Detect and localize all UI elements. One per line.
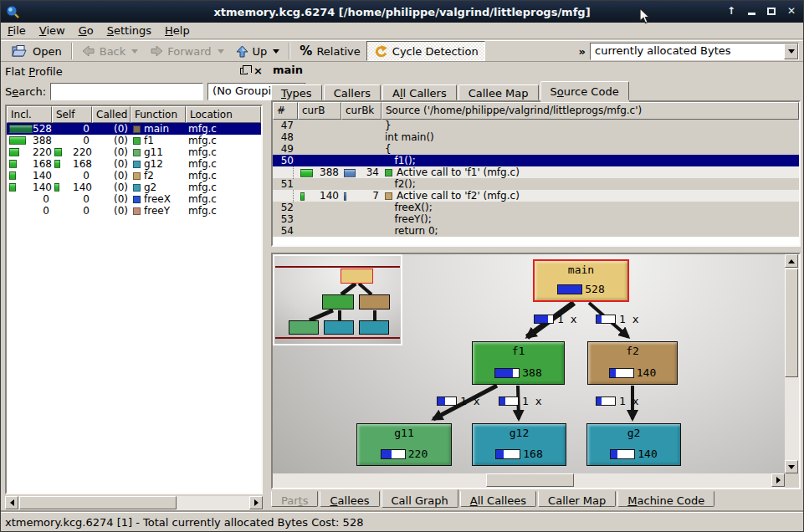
function-row[interactable]: 0 0 (0) freeY mfg.c xyxy=(7,205,261,217)
function-row[interactable]: 0 0 (0) freeX mfg.c xyxy=(7,193,261,205)
column-function[interactable]: Function xyxy=(131,106,186,123)
source-row[interactable]: 52 freeX(); xyxy=(273,202,799,213)
open-button[interactable]: Open xyxy=(6,41,68,61)
graph-node-f2[interactable]: f2 140 xyxy=(587,341,678,385)
column-incl[interactable]: Incl. xyxy=(7,106,52,123)
tab-types[interactable]: Types xyxy=(271,84,322,100)
maximize-window-icon[interactable] xyxy=(765,4,778,18)
cycle-detection-toggle-button[interactable]: Cycle Detection xyxy=(366,41,485,61)
dock-titlebar[interactable]: Flat Profile × xyxy=(5,64,263,79)
function-row[interactable]: 528 0 (0) main mfg.c xyxy=(7,123,261,135)
event-type-combobox[interactable]: currently allocated Bytes xyxy=(590,43,799,60)
graph-hscrollbar[interactable] xyxy=(273,473,785,488)
column-location[interactable]: Location xyxy=(186,106,261,123)
menu-settings[interactable]: Settings xyxy=(100,23,158,38)
forward-button[interactable]: Forward xyxy=(144,41,229,61)
source-row[interactable]: 49{ xyxy=(273,143,799,155)
flat-profile-hscrollbar[interactable] xyxy=(5,496,263,510)
shade-window-icon[interactable]: ↑ xyxy=(725,4,738,18)
tab-source-code[interactable]: Source Code xyxy=(540,81,629,100)
title-bar: xtmemory.kcg.6274 [/home/philippe/valgri… xyxy=(1,1,803,23)
function-color-icon xyxy=(133,184,141,192)
function-row[interactable]: 140 140 (0) g2 mfg.c xyxy=(7,182,261,193)
source-row[interactable]: 51 f2(); xyxy=(273,178,799,190)
call-graph-panel: main 528 f1 388 f2 140 g11 220 g12 168 xyxy=(271,253,801,489)
scrollbar-thumb[interactable] xyxy=(486,473,574,487)
source-row[interactable]: 47} xyxy=(273,120,799,131)
close-window-icon[interactable]: ✕ xyxy=(785,4,798,18)
up-label: Up xyxy=(253,45,268,58)
node-label: g12 xyxy=(510,427,529,439)
scroll-right-icon[interactable] xyxy=(249,496,263,509)
toolbar-overflow-chevron[interactable]: » xyxy=(575,45,590,58)
tab-callee-map[interactable]: Callee Map xyxy=(458,84,539,100)
graph-overview-minimap[interactable] xyxy=(273,254,402,345)
tab-all-callers[interactable]: All Callers xyxy=(382,84,457,100)
menu-view[interactable]: View xyxy=(33,23,72,38)
up-arrow-icon xyxy=(236,45,248,58)
source-row[interactable]: 48int main() xyxy=(273,131,799,143)
column-curbk[interactable]: curBk xyxy=(341,102,382,120)
function-row[interactable]: 168 168 (0) g12 mfg.c xyxy=(7,158,261,170)
tab-parts[interactable]: Parts xyxy=(271,491,318,507)
scroll-down-icon[interactable] xyxy=(785,460,798,473)
graph-node-g11[interactable]: g11 220 xyxy=(356,423,452,466)
function-row[interactable]: 388 0 (0) f1 mfg.c xyxy=(7,135,261,146)
column-curb[interactable]: curB xyxy=(298,102,341,120)
tree-branch-icon xyxy=(293,190,294,202)
graph-vscrollbar[interactable] xyxy=(785,254,799,473)
node-cost-bar xyxy=(381,449,406,459)
node-cost: 388 xyxy=(522,366,541,379)
active-call-row[interactable]: 140 7 Active call to 'f2' (mfg.c) xyxy=(273,190,799,202)
minimap-node-g11 xyxy=(289,320,319,335)
window-title: xtmemory.kcg.6274 [/home/philippe/valgri… xyxy=(1,6,803,18)
function-list: Incl. Self Called Function Location 528 … xyxy=(5,105,263,494)
tab-callers[interactable]: Callers xyxy=(324,84,381,100)
scroll-left-icon[interactable] xyxy=(5,496,18,509)
column-self[interactable]: Self xyxy=(52,106,92,123)
dock-float-icon[interactable] xyxy=(240,68,248,74)
source-row-selected[interactable]: 50 f1(); xyxy=(273,155,799,166)
menu-go[interactable]: Go xyxy=(72,23,100,38)
top-tab-bar: Types Callers All Callers Callee Map Sou… xyxy=(271,81,802,100)
edge-label-main-f1: 1 x xyxy=(534,313,576,325)
back-label: Back xyxy=(100,45,126,58)
call-graph-canvas[interactable]: main 528 f1 388 f2 140 g11 220 g12 168 xyxy=(273,254,785,473)
menu-help[interactable]: Help xyxy=(158,23,197,38)
graph-node-f1[interactable]: f1 388 xyxy=(472,341,565,385)
node-cost: 140 xyxy=(637,366,656,379)
tab-callees[interactable]: Callees xyxy=(320,491,379,507)
back-button[interactable]: Back xyxy=(76,41,145,61)
tab-machine-code[interactable]: Machine Code xyxy=(617,491,714,507)
graph-node-main[interactable]: main 528 xyxy=(533,259,629,302)
graph-node-g2[interactable]: g2 140 xyxy=(586,423,681,466)
mouse-cursor xyxy=(639,8,651,25)
minimize-window-icon[interactable] xyxy=(745,4,758,18)
tab-caller-map[interactable]: Caller Map xyxy=(538,491,616,507)
search-input[interactable] xyxy=(50,83,203,100)
scroll-up-icon[interactable] xyxy=(785,254,798,268)
scrollbar-thumb[interactable] xyxy=(19,496,177,509)
node-cost-bar xyxy=(609,368,634,378)
menu-file[interactable]: File xyxy=(1,23,33,38)
scroll-right-icon[interactable] xyxy=(771,473,785,487)
graph-node-g12[interactable]: g12 168 xyxy=(472,423,566,466)
horizontal-splitter[interactable] xyxy=(270,247,802,253)
up-button[interactable]: Up xyxy=(230,41,286,61)
function-row[interactable]: 140 0 (0) f2 mfg.c xyxy=(7,170,261,182)
relative-toggle-button[interactable]: % Relative xyxy=(294,41,366,61)
function-row[interactable]: 220 220 (0) g11 mfg.c xyxy=(7,146,261,158)
column-called[interactable]: Called xyxy=(92,106,131,123)
source-row[interactable]: 53 freeY(); xyxy=(273,213,799,225)
source-row[interactable]: 54 return 0; xyxy=(273,225,799,237)
tab-all-callees[interactable]: All Callees xyxy=(460,491,536,507)
active-call-row[interactable]: 388 34 Active call to 'f1' (mfg.c) xyxy=(273,166,799,178)
column-line[interactable]: # xyxy=(273,102,298,120)
scrollbar-thumb[interactable] xyxy=(785,269,798,377)
dock-close-icon[interactable]: × xyxy=(253,67,263,75)
column-source[interactable]: Source ('/home/philippe/valgrind/littlep… xyxy=(382,102,799,120)
node-cost-bar xyxy=(610,449,635,459)
tab-call-graph[interactable]: Call Graph xyxy=(382,489,458,508)
combo-dropdown-button[interactable] xyxy=(784,43,798,59)
node-label: g2 xyxy=(627,427,641,439)
